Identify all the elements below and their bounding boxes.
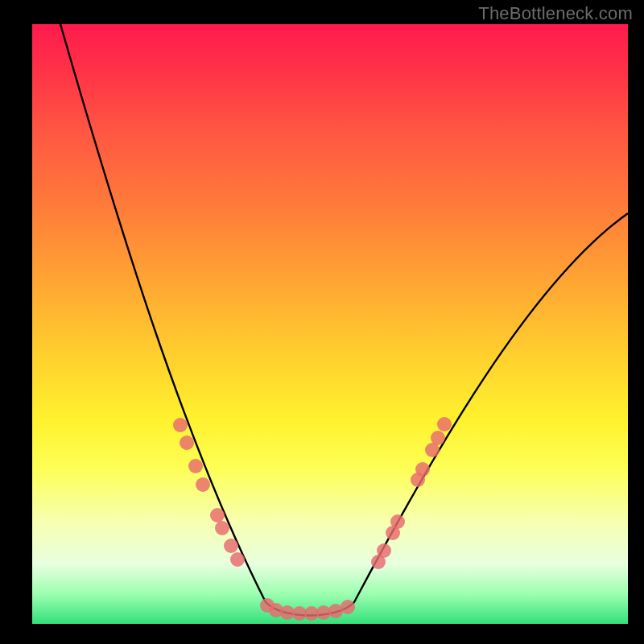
plot-area [32,24,628,624]
highlight-dot [230,552,245,567]
highlight-dot [431,431,445,445]
highlight-dot [180,436,194,450]
watermark-text: TheBottleneck.com [478,3,633,24]
highlight-dot [215,521,229,535]
highlight-dot [390,514,405,529]
highlight-dot [210,508,225,522]
highlight-dot [173,418,188,432]
highlight-dot [377,543,391,558]
bottleneck-curve [60,24,628,616]
highlight-dots-group [173,417,452,621]
curve-svg [32,24,628,624]
highlight-dot [341,600,355,614]
highlight-dot [437,417,452,431]
highlight-dot [196,477,210,492]
highlight-dot [188,459,203,473]
highlight-dot [224,539,238,553]
highlight-dot [415,462,430,477]
chart-frame: TheBottleneck.com [0,0,644,644]
